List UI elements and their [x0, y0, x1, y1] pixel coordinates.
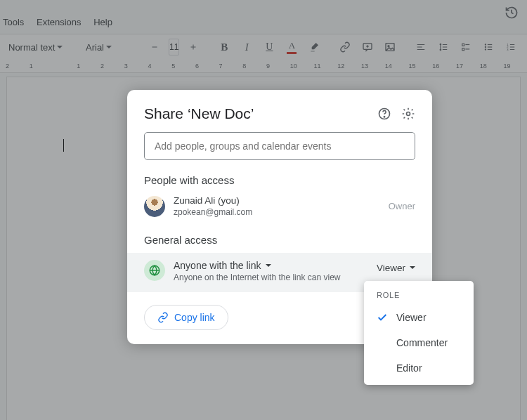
chevron-down-icon [266, 264, 271, 267]
role-menu-item-label: Commenter [396, 337, 448, 348]
role-menu-item[interactable]: Commenter [364, 330, 474, 355]
check-icon [377, 312, 388, 323]
check-icon [377, 362, 388, 374]
check-icon [377, 337, 388, 348]
share-dialog-title: Share ‘New Doc’ [144, 105, 254, 122]
people-with-access-label: People with access [144, 174, 415, 186]
copy-link-label: Copy link [174, 312, 215, 323]
role-menu-item[interactable]: Viewer [364, 305, 474, 330]
role-menu: ROLE ViewerCommenterEditor [364, 281, 474, 385]
role-menu-item[interactable]: Editor [364, 355, 474, 381]
copy-link-button[interactable]: Copy link [144, 305, 228, 330]
avatar [144, 196, 165, 217]
general-access-description: Anyone on the Internet with the link can… [174, 273, 368, 282]
person-row: Zunaid Ali (you) zpokean@gmail.com Owner [144, 193, 415, 220]
general-access-scope-dropdown[interactable]: Anyone with the link [174, 260, 368, 271]
person-role: Owner [389, 201, 415, 211]
role-menu-heading: ROLE [364, 288, 474, 305]
svg-point-13 [407, 112, 410, 116]
person-email: zpokean@gmail.com [174, 207, 380, 218]
general-access-label: General access [144, 234, 415, 246]
help-icon[interactable] [377, 107, 391, 121]
chevron-down-icon [410, 266, 415, 269]
svg-point-12 [384, 117, 384, 117]
role-menu-item-label: Editor [396, 362, 422, 374]
link-icon [157, 312, 169, 323]
add-people-input[interactable] [144, 132, 415, 160]
globe-icon [144, 260, 165, 281]
role-menu-item-label: Viewer [396, 312, 427, 323]
gear-icon[interactable] [401, 107, 415, 121]
person-name: Zunaid Ali (you) [174, 195, 380, 207]
general-access-scope-label: Anyone with the link [174, 260, 261, 271]
role-dropdown-label: Viewer [377, 263, 405, 273]
role-dropdown[interactable]: Viewer [377, 260, 415, 273]
